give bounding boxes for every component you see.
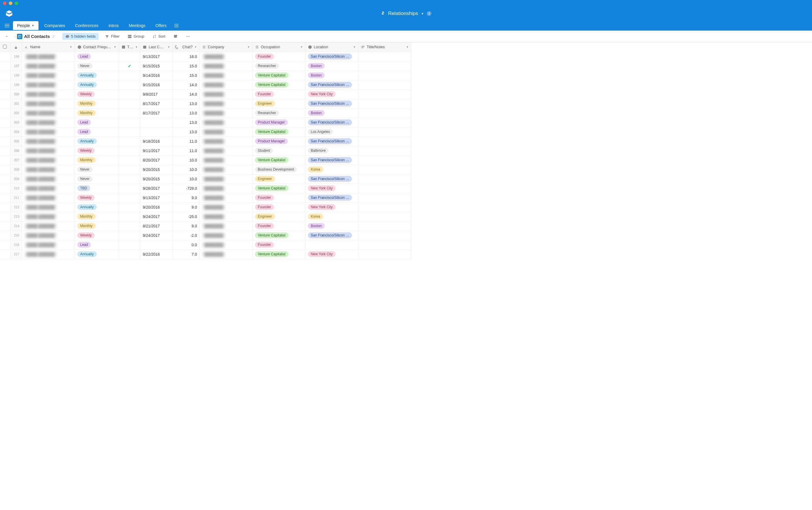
cell-title-notes[interactable] (358, 249, 411, 259)
cell-checkbox[interactable] (119, 165, 140, 174)
cell-occupation[interactable]: Venture Capitalist (252, 127, 305, 137)
cell-chat[interactable]: 0.0 (173, 240, 199, 249)
cell-checkbox[interactable] (119, 249, 140, 259)
table-tab[interactable]: Meetings (125, 21, 150, 30)
cell-name[interactable]: ████ ██████ (22, 221, 75, 231)
table-tab[interactable]: People▼ (13, 21, 38, 30)
cell-company[interactable]: ███████ (199, 193, 252, 202)
cell-chat[interactable]: 10.0 (173, 165, 199, 174)
cell-last-contact[interactable]: 9/13/2017 (140, 52, 173, 61)
cell-last-contact[interactable]: 9/15/2015 (140, 61, 173, 70)
row-select-cell[interactable] (0, 221, 10, 231)
cell-company[interactable]: ███████ (199, 127, 252, 137)
cell-last-contact[interactable]: 8/21/2017 (140, 221, 173, 231)
record-row[interactable]: 207████ ██████Monthly8/20/201710.0██████… (0, 155, 411, 165)
cell-checkbox[interactable] (119, 118, 140, 127)
cell-contact-frequency[interactable]: Weekly (75, 146, 119, 155)
cell-last-contact[interactable]: 9/14/2016 (140, 70, 173, 80)
cell-last-contact[interactable] (140, 127, 173, 137)
cell-location[interactable]: Korea (305, 165, 358, 174)
row-select-cell[interactable] (0, 174, 10, 183)
add-table-button[interactable] (172, 22, 180, 30)
menu-button[interactable] (3, 22, 11, 30)
row-select-cell[interactable] (0, 80, 10, 89)
cell-title-notes[interactable] (358, 174, 411, 183)
cell-name[interactable]: ████ ██████ (22, 155, 75, 165)
select-all-checkbox[interactable] (3, 45, 7, 49)
cell-contact-frequency[interactable]: Never (75, 174, 119, 183)
cell-contact-frequency[interactable]: Annually (75, 70, 119, 80)
cell-checkbox[interactable] (119, 174, 140, 183)
cell-contact-frequency[interactable]: Lead (75, 127, 119, 137)
record-row[interactable]: 197████ ██████Never✔9/15/201515.0███████… (0, 61, 411, 70)
record-row[interactable]: 208████ ██████Never9/20/201510.0███████B… (0, 165, 411, 174)
cell-checkbox[interactable] (119, 221, 140, 231)
views-menu-button[interactable] (3, 33, 10, 40)
cell-checkbox[interactable] (119, 99, 140, 108)
column-header-name[interactable]: AName▼ (22, 42, 75, 52)
info-icon[interactable]: i (427, 11, 431, 16)
cell-location[interactable]: San Francisco/Silicon … (305, 80, 358, 89)
cell-location[interactable]: Korea (305, 212, 358, 221)
row-select-cell[interactable] (0, 127, 10, 137)
cell-title-notes[interactable] (358, 231, 411, 240)
cell-checkbox[interactable] (119, 193, 140, 202)
share-view-button[interactable] (172, 33, 179, 40)
cell-chat[interactable]: -2.0 (173, 231, 199, 240)
column-header-title-notes[interactable]: Title/Notes▼ (358, 42, 411, 52)
cell-name[interactable]: ████ ██████ (22, 70, 75, 80)
record-row[interactable]: 199████ ██████Annually9/15/201614.0█████… (0, 80, 411, 89)
cell-contact-frequency[interactable]: Lead (75, 240, 119, 249)
cell-company[interactable]: ███████ (199, 80, 252, 89)
cell-location[interactable]: New York City (305, 89, 358, 99)
cell-occupation[interactable]: Researcher (252, 108, 305, 118)
cell-contact-frequency[interactable]: Never (75, 61, 119, 70)
cell-title-notes[interactable] (358, 137, 411, 146)
record-row[interactable]: 213████ ██████Monthly9/24/2017-25.0█████… (0, 212, 411, 221)
record-row[interactable]: 202████ ██████Monthly8/17/201713.0██████… (0, 108, 411, 118)
cell-name[interactable]: ████ ██████ (22, 61, 75, 70)
cell-occupation[interactable]: Venture Capitalist (252, 183, 305, 193)
hidden-fields-button[interactable]: 5 hidden fields (62, 33, 99, 40)
cell-company[interactable]: ███████ (199, 137, 252, 146)
cell-last-contact[interactable]: 9/22/2016 (140, 249, 173, 259)
cell-title-notes[interactable] (358, 146, 411, 155)
cell-last-contact[interactable] (140, 240, 173, 249)
row-select-cell[interactable] (0, 52, 10, 61)
cell-chat[interactable]: 13.0 (173, 127, 199, 137)
cell-occupation[interactable]: Venture Capitalist (252, 249, 305, 259)
more-options-button[interactable] (184, 33, 192, 40)
cell-company[interactable]: ███████ (199, 99, 252, 108)
cell-contact-frequency[interactable]: Weekly (75, 231, 119, 240)
cell-last-contact[interactable]: 9/18/2016 (140, 137, 173, 146)
cell-title-notes[interactable] (358, 221, 411, 231)
record-row[interactable]: 200████ ██████Weekly9/8/201714.0███████F… (0, 89, 411, 99)
cell-name[interactable]: ████ ██████ (22, 127, 75, 137)
cell-chat[interactable]: 11.0 (173, 137, 199, 146)
cell-location[interactable]: Baltimore (305, 146, 358, 155)
cell-checkbox[interactable] (119, 155, 140, 165)
cell-company[interactable]: ███████ (199, 118, 252, 127)
column-header-contact-frequency[interactable]: Contact Frequ…▼ (75, 42, 119, 52)
record-row[interactable]: 210████ ██████TBD9/28/2017-729.0███████V… (0, 183, 411, 193)
cell-name[interactable]: ████ ██████ (22, 174, 75, 183)
cell-title-notes[interactable] (358, 89, 411, 99)
record-row[interactable]: 198████ ██████Annually9/14/201615.0█████… (0, 70, 411, 80)
cell-occupation[interactable]: Venture Capitalist (252, 80, 305, 89)
cell-last-contact[interactable]: 9/15/2016 (140, 80, 173, 89)
row-select-cell[interactable] (0, 183, 10, 193)
cell-name[interactable]: ████ ██████ (22, 80, 75, 89)
group-button[interactable]: Group (126, 33, 146, 40)
row-select-cell[interactable] (0, 193, 10, 202)
cell-title-notes[interactable] (358, 165, 411, 174)
cell-chat[interactable]: -729.0 (173, 183, 199, 193)
cell-last-contact[interactable]: 8/20/2017 (140, 155, 173, 165)
cell-occupation[interactable]: Founder (252, 202, 305, 212)
cell-contact-frequency[interactable]: Weekly (75, 89, 119, 99)
filter-button[interactable]: Filter (103, 33, 121, 40)
cell-occupation[interactable]: Founder (252, 89, 305, 99)
cell-contact-frequency[interactable]: Annually (75, 137, 119, 146)
cell-occupation[interactable]: Product Manager (252, 118, 305, 127)
cell-last-contact[interactable]: 9/8/2017 (140, 89, 173, 99)
cell-occupation[interactable]: Founder (252, 52, 305, 61)
